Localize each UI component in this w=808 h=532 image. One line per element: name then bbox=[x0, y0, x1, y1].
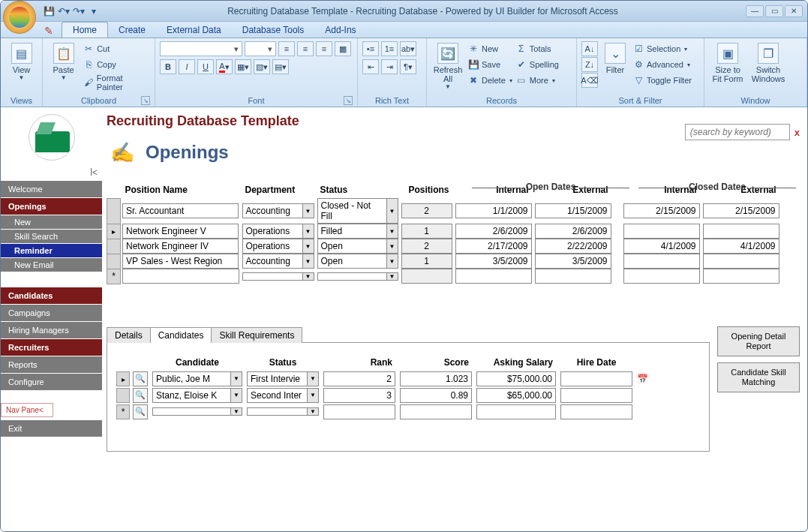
sidebar-item-openings[interactable]: Openings bbox=[1, 198, 102, 215]
open-external-input[interactable] bbox=[535, 224, 611, 239]
open-external-input[interactable] bbox=[535, 239, 611, 254]
totals-button[interactable]: ΣTotals bbox=[515, 41, 559, 56]
rank-input[interactable] bbox=[323, 404, 395, 419]
format-painter-button[interactable]: 🖌Format Painter bbox=[83, 73, 150, 92]
row-selector[interactable] bbox=[107, 224, 121, 239]
openings-row[interactable]: ▼ ▼ bbox=[107, 269, 781, 284]
font-name-combo[interactable]: ▾ bbox=[160, 41, 242, 56]
open-internal-input[interactable] bbox=[455, 254, 532, 269]
open-external-input[interactable] bbox=[535, 203, 611, 218]
score-input[interactable] bbox=[400, 404, 472, 419]
sidebar-item-welcome[interactable]: Welcome bbox=[1, 181, 102, 198]
dialog-launcher-icon[interactable]: ↘ bbox=[141, 96, 150, 105]
decrease-indent-button[interactable]: ⇤ bbox=[362, 59, 379, 74]
openings-row[interactable]: Accounting▼ Closed - Not Fill▼ bbox=[107, 198, 781, 224]
bullet-list-button[interactable]: •≡ bbox=[362, 41, 379, 56]
status-combo[interactable]: Open▼ bbox=[317, 254, 398, 269]
opening-detail-report-button[interactable]: Opening Detail Report bbox=[717, 326, 800, 356]
position-input[interactable] bbox=[122, 254, 239, 269]
open-record-icon[interactable]: 🔍 bbox=[133, 404, 148, 419]
sidebar-item-new-email[interactable]: New Email bbox=[1, 258, 102, 272]
delete-record-button[interactable]: ✖Delete▾ bbox=[467, 73, 512, 88]
ribbon-tab-create[interactable]: Create bbox=[108, 23, 156, 38]
open-internal-input[interactable] bbox=[455, 224, 532, 239]
selection-button[interactable]: ☑Selection▾ bbox=[632, 41, 692, 56]
cand-status-combo[interactable]: ▼ bbox=[247, 407, 319, 416]
status-combo[interactable]: Closed - Not Fill▼ bbox=[317, 198, 398, 224]
paste-button[interactable]: 📋 Paste ▼ bbox=[47, 41, 80, 83]
position-input[interactable] bbox=[122, 269, 239, 284]
minimize-button[interactable]: — bbox=[746, 5, 764, 17]
open-record-icon[interactable]: 🔍 bbox=[133, 388, 148, 403]
font-size-combo[interactable]: ▾ bbox=[245, 41, 276, 56]
position-input[interactable] bbox=[122, 239, 239, 254]
open-internal-input[interactable] bbox=[455, 239, 532, 254]
candidate-row[interactable]: 🔍 Stanz, Eloise K▼ Second Inter▼ bbox=[116, 388, 650, 403]
closed-internal-input[interactable] bbox=[623, 203, 700, 218]
highlight-button[interactable]: ab▾ bbox=[400, 41, 416, 56]
text-direction-button[interactable]: ¶▾ bbox=[400, 59, 416, 74]
hire-date-input[interactable] bbox=[560, 371, 632, 386]
undo-icon[interactable]: ↶▾ bbox=[58, 5, 70, 17]
closed-external-input[interactable] bbox=[703, 224, 779, 239]
sidebar-item-reports[interactable]: Reports bbox=[1, 356, 102, 374]
tab-candidates[interactable]: Candidates bbox=[150, 327, 212, 343]
new-record-button[interactable]: ✳New bbox=[467, 41, 512, 56]
candidate-combo[interactable]: Stanz, Eloise K▼ bbox=[152, 388, 242, 403]
tab-skill-requirements[interactable]: Skill Requirements bbox=[211, 327, 302, 343]
sidebar-item-hiring-managers[interactable]: Hiring Managers bbox=[1, 322, 102, 339]
align-right-button[interactable]: ≡ bbox=[316, 41, 332, 56]
row-selector[interactable] bbox=[116, 388, 130, 403]
font-color-button[interactable]: A▾ bbox=[216, 59, 233, 74]
openings-row[interactable]: Operations▼ Open▼ bbox=[107, 239, 781, 254]
positions-input[interactable] bbox=[401, 254, 452, 269]
department-combo[interactable]: Operations▼ bbox=[242, 224, 314, 239]
candidate-combo[interactable]: Public, Joe M▼ bbox=[152, 371, 242, 386]
ribbon-tab-home[interactable]: Home bbox=[62, 22, 108, 38]
candidate-row[interactable]: 🔍 ▼ ▼ bbox=[116, 404, 650, 419]
maximize-button[interactable]: ▭ bbox=[765, 5, 783, 17]
fill-color-button[interactable]: ▩ bbox=[335, 41, 351, 56]
sidebar-item-reminder[interactable]: Reminder bbox=[1, 244, 102, 258]
row-selector[interactable] bbox=[116, 371, 130, 386]
candidate-row[interactable]: 🔍 Public, Joe M▼ First Intervie▼ 📅 bbox=[116, 371, 650, 386]
save-record-button[interactable]: 💾Save bbox=[467, 57, 512, 72]
clear-sort-button[interactable]: A⌫ bbox=[581, 73, 598, 88]
cand-status-combo[interactable]: First Intervie▼ bbox=[247, 371, 319, 386]
increase-indent-button[interactable]: ⇥ bbox=[381, 59, 398, 74]
positions-input[interactable] bbox=[401, 269, 452, 284]
dialog-launcher-icon[interactable]: ↘ bbox=[344, 96, 353, 105]
department-combo[interactable]: Accounting▼ bbox=[242, 254, 314, 269]
sort-asc-button[interactable]: A↓ bbox=[581, 41, 598, 56]
cand-status-combo[interactable]: Second Inter▼ bbox=[247, 388, 319, 403]
view-button[interactable]: ▤ View ▼ bbox=[5, 41, 38, 83]
rank-input[interactable] bbox=[323, 371, 395, 386]
sidebar-collapse-button[interactable]: ⅼ< bbox=[1, 167, 102, 181]
advanced-button[interactable]: ⚙Advanced▾ bbox=[632, 57, 692, 72]
sidebar-item-new[interactable]: New bbox=[1, 215, 102, 230]
sidebar-item-skill-search[interactable]: Skill Search bbox=[1, 230, 102, 244]
spelling-button[interactable]: ✔Spelling bbox=[515, 57, 559, 72]
score-input[interactable] bbox=[400, 371, 472, 386]
access-object-icon[interactable]: ✎ bbox=[42, 24, 56, 38]
align-left-button[interactable]: ≡ bbox=[278, 41, 295, 56]
status-combo[interactable]: ▼ bbox=[317, 272, 398, 281]
save-icon[interactable]: 💾 bbox=[43, 5, 55, 17]
row-selector[interactable] bbox=[107, 239, 121, 254]
department-combo[interactable]: Accounting▼ bbox=[242, 203, 314, 218]
asking-input[interactable] bbox=[476, 404, 556, 419]
candidate-skill-matching-button[interactable]: Candidate Skill Matching bbox=[717, 362, 800, 392]
open-external-input[interactable] bbox=[535, 254, 611, 269]
close-button[interactable]: ✕ bbox=[785, 5, 803, 17]
closed-external-input[interactable] bbox=[703, 254, 779, 269]
qat-customize-icon[interactable]: ▾ bbox=[88, 5, 100, 17]
calendar-icon[interactable]: 📅 bbox=[637, 374, 648, 384]
open-internal-input[interactable] bbox=[455, 203, 532, 218]
alt-fill-button[interactable]: ▦▾ bbox=[235, 59, 251, 74]
asking-input[interactable] bbox=[476, 371, 556, 386]
office-button[interactable] bbox=[3, 1, 36, 34]
gridlines-button[interactable]: ▧▾ bbox=[254, 59, 270, 74]
open-internal-input[interactable] bbox=[455, 269, 532, 284]
positions-input[interactable] bbox=[401, 224, 452, 239]
redo-icon[interactable]: ↷▾ bbox=[73, 5, 85, 17]
